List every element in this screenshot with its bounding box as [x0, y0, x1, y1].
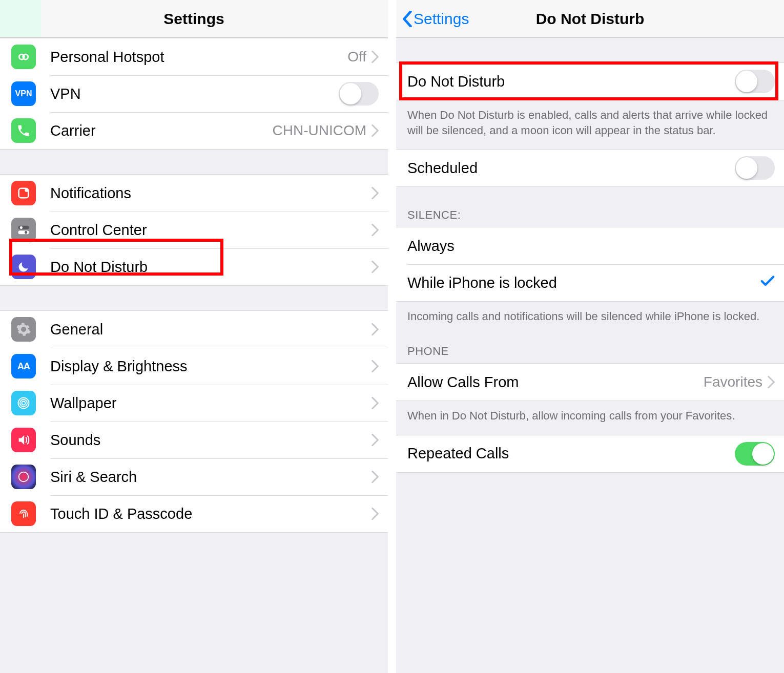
- group-repeated: Repeated Calls: [396, 435, 784, 473]
- scheduled-toggle[interactable]: [735, 156, 775, 180]
- group-dnd-main: Do Not Disturb: [396, 62, 784, 100]
- row-repeated-calls[interactable]: Repeated Calls: [396, 435, 784, 472]
- group-general: General AA Display & Brightness Wallpape…: [0, 310, 388, 533]
- row-label: Display & Brightness: [50, 358, 372, 375]
- svg-point-3: [25, 188, 28, 192]
- row-label: General: [50, 321, 372, 338]
- row-label: Do Not Disturb: [407, 73, 735, 90]
- sounds-icon: [11, 428, 36, 452]
- chevron-right-icon: [768, 376, 775, 388]
- back-button[interactable]: Settings: [402, 0, 469, 37]
- dnd-toggle[interactable]: [735, 70, 775, 93]
- svg-point-5: [20, 226, 23, 229]
- row-label: Siri & Search: [50, 469, 372, 486]
- control-center-icon: [11, 218, 36, 242]
- phone-icon: [11, 118, 36, 143]
- row-sounds[interactable]: Sounds: [0, 422, 388, 458]
- svg-rect-6: [18, 230, 29, 234]
- row-label: Wallpaper: [50, 395, 372, 412]
- row-touchid[interactable]: Touch ID & Passcode: [0, 495, 388, 532]
- corner-highlight: [0, 0, 41, 37]
- chevron-right-icon: [372, 261, 379, 273]
- row-siri[interactable]: Siri & Search: [0, 458, 388, 495]
- notifications-icon: [11, 181, 36, 205]
- vpn-toggle[interactable]: [339, 82, 379, 106]
- group-scheduled: Scheduled: [396, 149, 784, 187]
- row-control-center[interactable]: Control Center: [0, 212, 388, 248]
- row-allow-calls[interactable]: Allow Calls From Favorites: [396, 364, 784, 401]
- row-label: Touch ID & Passcode: [50, 506, 372, 522]
- header-bar-right: Settings Do Not Disturb: [396, 0, 784, 38]
- fingerprint-icon: [11, 501, 36, 526]
- header-bar-left: Settings: [0, 0, 388, 38]
- group-phone: Allow Calls From Favorites: [396, 363, 784, 401]
- row-label: VPN: [50, 86, 339, 102]
- allow-calls-footer: When in Do Not Disturb, allow incoming c…: [396, 401, 784, 435]
- svg-point-11: [19, 472, 29, 482]
- row-value: Off: [347, 49, 366, 65]
- dnd-pane: Settings Do Not Disturb Do Not Disturb W…: [392, 0, 784, 673]
- row-label: Allow Calls From: [407, 374, 704, 391]
- silence-footer-text: Incoming calls and notifications will be…: [396, 302, 784, 335]
- header-title: Settings: [163, 10, 224, 28]
- chevron-right-icon: [372, 508, 379, 520]
- chevron-right-icon: [372, 187, 379, 199]
- header-title: Do Not Disturb: [536, 10, 645, 28]
- row-display[interactable]: AA Display & Brightness: [0, 348, 388, 385]
- svg-point-9: [20, 399, 27, 407]
- chevron-right-icon: [372, 360, 379, 372]
- row-vpn[interactable]: VPN VPN: [0, 75, 388, 112]
- checkmark-icon: [760, 275, 775, 291]
- chevron-right-icon: [372, 434, 379, 446]
- silence-header: SILENCE:: [396, 187, 784, 227]
- row-do-not-disturb[interactable]: Do Not Disturb: [0, 248, 388, 285]
- repeated-toggle[interactable]: [735, 442, 775, 466]
- row-label: Notifications: [50, 185, 372, 202]
- chevron-right-icon: [372, 323, 379, 335]
- phone-header: PHONE: [396, 335, 784, 363]
- row-label: Repeated Calls: [407, 445, 735, 462]
- row-carrier[interactable]: Carrier CHN-UNICOM: [0, 112, 388, 149]
- row-label: Personal Hotspot: [50, 49, 347, 66]
- hotspot-icon: [11, 45, 36, 69]
- row-label: Carrier: [50, 122, 272, 139]
- wallpaper-icon: [11, 391, 36, 415]
- row-label: Always: [407, 238, 775, 255]
- group-connectivity: Personal Hotspot Off VPN VPN Carrier CHN…: [0, 38, 388, 150]
- moon-icon: [11, 255, 36, 279]
- row-label: Control Center: [50, 222, 372, 239]
- row-value: Favorites: [704, 374, 762, 390]
- siri-icon: [11, 465, 36, 489]
- group-alerts: Notifications Control Center Do Not Dist…: [0, 174, 388, 286]
- vpn-icon: VPN: [11, 81, 36, 106]
- row-silence-always[interactable]: Always: [396, 227, 784, 264]
- row-label: Do Not Disturb: [50, 259, 372, 276]
- svg-point-8: [22, 402, 26, 405]
- svg-rect-4: [18, 226, 29, 229]
- dnd-footer-text: When Do Not Disturb is enabled, calls an…: [396, 100, 784, 149]
- row-dnd-toggle[interactable]: Do Not Disturb: [396, 63, 784, 100]
- row-wallpaper[interactable]: Wallpaper: [0, 385, 388, 422]
- svg-point-7: [25, 231, 27, 234]
- back-label: Settings: [414, 10, 469, 28]
- group-silence: Always While iPhone is locked: [396, 227, 784, 302]
- row-label: Scheduled: [407, 160, 735, 177]
- display-icon: AA: [11, 354, 36, 378]
- gear-icon: [11, 317, 36, 342]
- row-scheduled[interactable]: Scheduled: [396, 150, 784, 186]
- row-notifications[interactable]: Notifications: [0, 175, 388, 212]
- row-general[interactable]: General: [0, 311, 388, 348]
- row-silence-locked[interactable]: While iPhone is locked: [396, 264, 784, 301]
- row-personal-hotspot[interactable]: Personal Hotspot Off: [0, 38, 388, 75]
- row-value: CHN-UNICOM: [272, 122, 366, 139]
- chevron-right-icon: [372, 471, 379, 483]
- settings-pane: Settings Personal Hotspot Off VPN VPN Ca…: [0, 0, 392, 673]
- chevron-right-icon: [372, 397, 379, 409]
- chevron-right-icon: [372, 51, 379, 63]
- chevron-right-icon: [372, 224, 379, 236]
- chevron-right-icon: [372, 124, 379, 137]
- row-label: While iPhone is locked: [407, 275, 760, 291]
- row-label: Sounds: [50, 432, 372, 449]
